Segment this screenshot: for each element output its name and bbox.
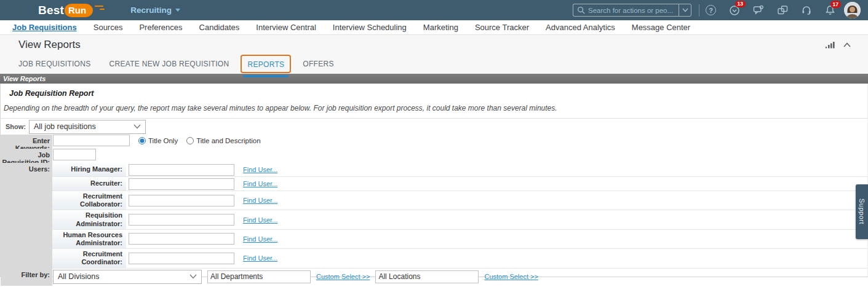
nav-item-interview-scheduling[interactable]: Interview Scheduling [333, 23, 407, 32]
headset-icon [801, 5, 812, 15]
todo-button[interactable]: 13 [729, 5, 740, 16]
tab-job-requisitions[interactable]: JOB REQUISITIONS [18, 60, 90, 68]
page-title: View Reports [18, 39, 81, 51]
radio-title-only-input[interactable] [138, 137, 146, 144]
page-header: View Reports [0, 35, 868, 54]
help-button[interactable]: ? [706, 5, 716, 15]
search-icon [577, 6, 585, 14]
search-placeholder: Search for actions or peo... [588, 7, 673, 14]
chevron-down-icon [189, 274, 197, 279]
chevron-down-icon [133, 124, 141, 129]
todo-badge: 13 [735, 1, 746, 8]
bestrun-logo: Best Run [38, 4, 105, 17]
find-user-link[interactable]: Find User... [243, 180, 277, 187]
recruitment-collaborator-input[interactable] [129, 195, 234, 206]
hiring-manager-label: Hiring Manager: [52, 163, 126, 176]
org-button[interactable] [777, 5, 788, 15]
radio-title-only[interactable]: Title Only [138, 137, 178, 144]
tab-offers[interactable]: OFFERS [303, 60, 333, 68]
sub-tabs: JOB REQUISITIONS CREATE NEW JOB REQUISIT… [0, 54, 868, 74]
app-window: Best Run Recruiting Search for actions o… [0, 0, 868, 287]
keywords-input[interactable] [53, 135, 130, 146]
nav-item-advanced-analytics[interactable]: Advanced Analytics [546, 23, 615, 32]
user-row-hiring-manager: Hiring Manager: Find User... [52, 163, 867, 177]
recruitment-collaborator-label: Recruitment Collaborator: [52, 191, 126, 210]
departments-input[interactable] [207, 270, 311, 283]
departments-custom-select-link[interactable]: Custom Select >> [316, 273, 370, 280]
notifications-button[interactable]: 17 [825, 5, 835, 15]
requisition-id-input[interactable] [53, 149, 96, 160]
show-select[interactable]: All job requisitions [29, 120, 146, 134]
nav-item-source-tracker[interactable]: Source Tracker [475, 23, 529, 32]
show-label: Show: [6, 123, 26, 130]
requisition-id-row: Job Requisition ID: [1, 149, 867, 163]
chevron-down-icon [175, 9, 180, 12]
filter-by-label: Filter by: [1, 269, 52, 286]
chevron-down-icon [682, 8, 688, 12]
find-user-link[interactable]: Find User... [243, 197, 277, 204]
module-navbar: Job Requisitions Sources Preferences Can… [0, 20, 868, 35]
find-user-link[interactable]: Find User... [243, 216, 277, 224]
filter-row: Filter by: All Divisions Custom Select >… [1, 269, 867, 286]
chart-icon[interactable] [826, 41, 835, 49]
nav-item-sources[interactable]: Sources [94, 23, 123, 32]
topbar-icon-group: ? 13 17 [706, 5, 835, 16]
reports-tab-highlight-box: REPORTS [241, 55, 291, 73]
notifications-badge: 17 [830, 1, 841, 8]
find-user-link[interactable]: Find User... [243, 235, 277, 243]
tab-reports[interactable]: REPORTS [247, 60, 284, 69]
human-resources-administrator-label: Human Resources Administrator: [52, 230, 126, 248]
requisition-administrator-input[interactable] [129, 214, 234, 226]
human-resources-administrator-input[interactable] [129, 233, 234, 245]
keywords-row: Enter Keywords: Title Only Title and Des… [1, 135, 867, 149]
recruitment-coordinator-label: Recruitment Coordinator: [52, 249, 126, 267]
divisions-select[interactable]: All Divisions [53, 270, 202, 284]
users-label: Users: [1, 163, 52, 269]
locations-input[interactable] [375, 270, 479, 283]
recruiter-label: Recruiter: [52, 177, 126, 191]
logo-text-run: Run [65, 4, 93, 17]
tab-create-new-job-requisition[interactable]: CREATE NEW JOB REQUISITION [109, 60, 229, 68]
chevron-up-icon [843, 42, 851, 47]
show-select-value: All job requisitions [34, 122, 96, 131]
support-tab[interactable]: Support [856, 184, 868, 239]
support-tab-label: Support [858, 199, 866, 224]
user-row-recruitment-coordinator: Recruitment Coordinator: Find User... [52, 249, 867, 268]
radio-title-and-description[interactable]: Title and Description [186, 137, 260, 144]
search-scope-dropdown[interactable] [679, 4, 691, 17]
search-box[interactable]: Search for actions or peo... [573, 4, 679, 17]
nav-item-marketing[interactable]: Marketing [423, 23, 458, 32]
recruitment-coordinator-input[interactable] [129, 253, 234, 264]
nav-item-message-center[interactable]: Message Center [632, 23, 690, 32]
users-block: Users: Hiring Manager: Find User... Recr… [1, 163, 867, 269]
show-row: Show: All job requisitions [1, 119, 867, 135]
logo-speed-lines [95, 6, 105, 10]
nav-item-job-requisitions[interactable]: Job Requisitions [12, 23, 77, 32]
support-assistant-button[interactable] [801, 5, 812, 15]
section-bar-title: View Reports [0, 74, 868, 84]
nav-item-preferences[interactable]: Preferences [139, 23, 182, 32]
locations-custom-select-link[interactable]: Custom Select >> [484, 273, 538, 280]
logo-text-best: Best [38, 4, 64, 17]
chat-icon [753, 5, 764, 15]
collapse-header-button[interactable] [843, 42, 851, 47]
module-picker[interactable]: Recruiting [130, 6, 180, 15]
user-row-recruiter: Recruiter: Find User... [52, 177, 867, 191]
help-icon: ? [706, 5, 716, 15]
find-user-link[interactable]: Find User... [243, 254, 277, 262]
messages-button[interactable] [753, 5, 764, 15]
recruiter-input[interactable] [129, 178, 234, 190]
hiring-manager-input[interactable] [129, 164, 234, 176]
header-actions [826, 41, 851, 49]
radio-title-and-description-input[interactable] [186, 137, 194, 144]
nav-item-candidates[interactable]: Candidates [199, 23, 240, 32]
user-row-human-resources-administrator: Human Resources Administrator: Find User… [52, 230, 867, 249]
radio-title-only-label: Title Only [148, 137, 178, 144]
report-content: Job Requisition Report Depending on the … [0, 84, 868, 277]
report-form: Show: All job requisitions Enter Keyword… [1, 119, 867, 287]
find-user-link[interactable]: Find User... [243, 166, 277, 173]
avatar[interactable] [844, 2, 861, 18]
nav-item-interview-central[interactable]: Interview Central [256, 23, 316, 32]
radio-title-and-description-label: Title and Description [196, 137, 260, 144]
top-bar: Best Run Recruiting Search for actions o… [0, 0, 868, 20]
